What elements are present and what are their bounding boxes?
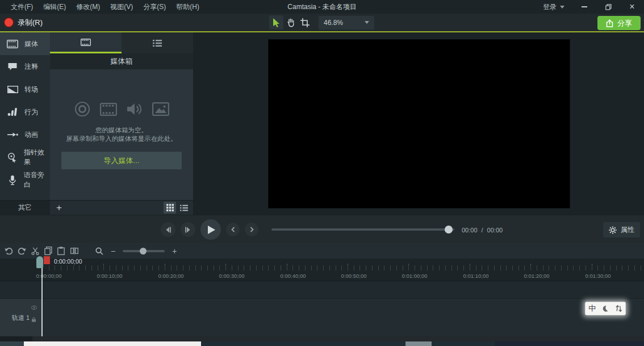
playhead-out-flag[interactable] — [44, 256, 50, 264]
sidebar-item-media[interactable]: 媒体 — [0, 32, 50, 55]
grid-icon — [166, 204, 174, 211]
play-icon — [207, 225, 216, 235]
menubar: 文件(F) 编辑(E) 修改(M) 视图(V) 分享(S) 帮助(H) Camt… — [0, 0, 644, 14]
properties-button[interactable]: 属性 — [603, 222, 640, 237]
timeline: − + +⚲+ + 0:00:00;00 0:00:10;00 0:00:20;… — [0, 243, 644, 336]
properties-label: 属性 — [621, 225, 634, 235]
step-backward-button[interactable] — [161, 222, 175, 237]
undo-icon — [5, 247, 13, 255]
taskbar-segment — [405, 341, 432, 346]
minimize-icon — [582, 6, 587, 7]
copy-button[interactable] — [41, 244, 55, 258]
sidebar-item-label: 转场 — [24, 85, 38, 94]
import-media-label: 导入媒体... — [104, 156, 140, 166]
microphone-icon — [6, 175, 18, 185]
image-icon — [152, 102, 169, 116]
sidebar: 媒体 注释 转场 行为 动画 — [0, 32, 50, 200]
previous-clip-button[interactable] — [226, 223, 240, 236]
canvas-zoom-select[interactable]: 46.8% — [319, 16, 374, 30]
sidebar-item-transitions[interactable]: 转场 — [0, 78, 50, 101]
sidebar-item-annotations[interactable]: 注释 — [0, 55, 50, 78]
menu-modify[interactable]: 修改(M) — [71, 0, 105, 14]
play-button[interactable] — [200, 219, 221, 240]
ruler-label: 0:00:30;00 — [219, 273, 245, 279]
menu-edit[interactable]: 编辑(E) — [38, 0, 71, 14]
share-button[interactable]: 分享 — [597, 16, 641, 30]
scissors-icon — [31, 247, 39, 255]
sidebar-item-animations[interactable]: 动画 — [0, 123, 50, 146]
playback-slider-thumb[interactable] — [445, 226, 453, 234]
timeline-zoom-in-button[interactable]: + — [172, 247, 177, 255]
sidebar-item-more[interactable]: 其它 — [0, 200, 50, 215]
track-header[interactable]: 轨道 1 — [0, 299, 41, 336]
sidebar-item-label: 指针效果 — [24, 148, 50, 167]
sidebar-item-voice-narration[interactable]: 语音旁白 — [0, 169, 50, 191]
menu-view[interactable]: 视图(V) — [105, 0, 138, 14]
record-button[interactable]: 录制(R) — [5, 14, 43, 31]
timeline-zoom-out-button[interactable]: − — [111, 247, 115, 255]
timeline-ruler[interactable]: 0:00:00;00 0:00:10;00 0:00:20;00 0:00:30… — [0, 259, 644, 281]
behavior-icon — [6, 107, 19, 116]
playback-slider[interactable] — [271, 228, 454, 231]
lock-icon[interactable] — [31, 317, 36, 322]
track-label: 轨道 1 — [12, 314, 30, 322]
import-media-button[interactable]: 导入媒体... — [61, 152, 182, 169]
record-icon — [5, 18, 13, 27]
canvas-area — [193, 32, 644, 215]
record-label: 录制(R) — [18, 18, 43, 28]
ime-language-button[interactable]: 中 — [587, 303, 598, 314]
pan-tool-button[interactable] — [283, 15, 298, 30]
playhead[interactable] — [41, 268, 43, 336]
step-backward-icon — [165, 227, 172, 233]
record-circle-icon — [74, 101, 90, 117]
time-display: 00:00 / 00:00 — [462, 227, 503, 234]
menu-help[interactable]: 帮助(H) — [171, 0, 204, 14]
sidebar-item-behaviors[interactable]: 行为 — [0, 101, 50, 123]
add-media-button[interactable]: + — [52, 201, 66, 215]
select-tool-button[interactable] — [269, 15, 283, 30]
tab-media-bin[interactable] — [50, 32, 122, 53]
menu-file[interactable]: 文件(F) — [6, 0, 38, 14]
ime-fullwidth-button[interactable] — [600, 303, 611, 314]
ime-settings-button[interactable] — [613, 303, 624, 314]
login-button[interactable]: 登录 — [535, 0, 572, 14]
crop-icon — [300, 18, 310, 27]
ruler-label: 0:00:50;00 — [341, 273, 367, 279]
paste-button[interactable] — [55, 244, 68, 258]
timeline-zoom-thumb[interactable] — [140, 248, 147, 255]
grid-view-button[interactable] — [164, 202, 176, 214]
undo-button[interactable] — [2, 244, 15, 258]
menu-share[interactable]: 分享(S) — [138, 0, 171, 14]
media-bin-header: 媒体箱 — [50, 53, 193, 69]
crop-tool-button[interactable] — [298, 15, 312, 30]
media-bin-title: 媒体箱 — [111, 56, 133, 66]
restore-button[interactable] — [596, 0, 620, 14]
close-button[interactable]: × — [620, 0, 644, 14]
ruler-label: 0:01:30;00 — [586, 273, 611, 279]
canvas-stage[interactable] — [268, 39, 570, 209]
eye-icon[interactable] — [31, 306, 37, 310]
next-clip-button[interactable] — [245, 223, 258, 236]
redo-button[interactable] — [15, 244, 28, 258]
total-time: 00:00 — [487, 227, 503, 234]
split-button[interactable] — [68, 244, 81, 258]
sidebar-item-cursor-effects[interactable]: 指针效果 — [0, 146, 50, 169]
step-forward-button[interactable] — [181, 222, 195, 237]
list-view-button[interactable] — [178, 202, 190, 214]
close-icon: × — [629, 2, 634, 12]
track-row[interactable]: 轨道 1 — [0, 298, 644, 336]
playhead-in-flag[interactable] — [36, 256, 43, 268]
annotation-icon — [6, 62, 19, 71]
cut-button[interactable] — [28, 244, 41, 258]
empty-line-1: 您的媒体箱为空。 — [50, 126, 193, 135]
timeline-zoom-slider[interactable] — [123, 250, 165, 252]
tab-library[interactable] — [122, 32, 193, 53]
redo-icon — [18, 247, 26, 255]
cursor-arrow-icon — [272, 18, 281, 27]
empty-state-text: 您的媒体箱为空。 屏幕录制和导入的媒体将显示在此处。 — [50, 126, 193, 143]
sidebar-item-label: 行为 — [24, 107, 38, 117]
film-icon — [100, 103, 117, 116]
scrollbar-thumb[interactable] — [24, 341, 201, 346]
minimize-button[interactable] — [572, 0, 596, 14]
media-panel-tabs — [50, 32, 193, 53]
